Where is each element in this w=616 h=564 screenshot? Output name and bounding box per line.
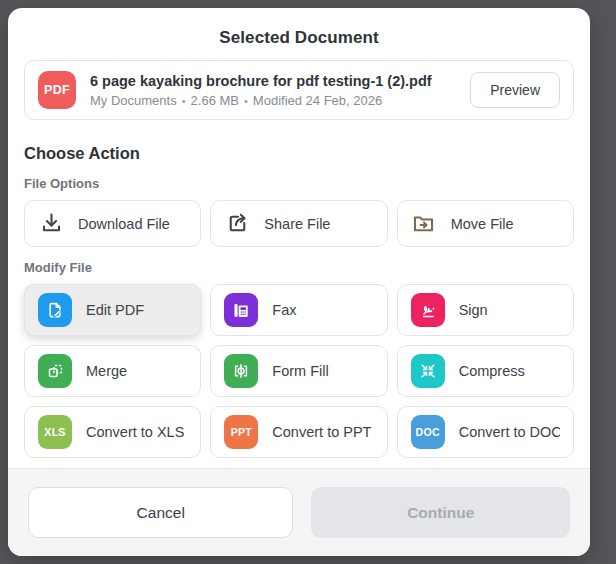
convert-to-ppt-button[interactable]: PPT Convert to PPT [210, 406, 387, 458]
form-fill-icon [224, 354, 258, 388]
action-label: Share File [264, 216, 330, 232]
edit-pdf-button[interactable]: Edit PDF [24, 284, 201, 336]
bullet-separator: • [182, 95, 186, 107]
document-location: My Documents [90, 93, 177, 108]
share-icon [224, 211, 250, 237]
move-file-button[interactable]: Move File [397, 200, 574, 247]
action-label: Move File [451, 216, 514, 232]
merge-icon [38, 354, 72, 388]
modify-file-label: Modify File [24, 260, 574, 275]
continue-button[interactable]: Continue [311, 487, 570, 538]
compress-icon [411, 354, 445, 388]
download-icon [38, 211, 64, 237]
convert-to-doc-button[interactable]: DOC Convert to DOC [397, 406, 574, 458]
modal-footer: Cancel Continue [8, 468, 590, 556]
edit-pdf-icon [38, 293, 72, 327]
bullet-separator: • [244, 95, 248, 107]
action-label: Merge [86, 363, 127, 379]
document-action-modal: Selected Document PDF 6 page kayaking br… [8, 8, 590, 556]
action-label: Convert to XLS [86, 424, 184, 440]
xls-file-icon: XLS [38, 415, 72, 449]
merge-button[interactable]: Merge [24, 345, 201, 397]
compress-button[interactable]: Compress [397, 345, 574, 397]
pdf-file-icon: PDF [38, 71, 76, 109]
action-label: Fax [272, 302, 296, 318]
form-fill-button[interactable]: Form Fill [210, 345, 387, 397]
choose-action-title: Choose Action [24, 144, 574, 163]
sign-icon [411, 293, 445, 327]
document-metadata: My Documents•2.66 MB•Modified 24 Feb, 20… [90, 93, 456, 108]
action-label: Sign [459, 302, 488, 318]
document-info: 6 page kayaking brochure for pdf testing… [90, 72, 456, 109]
action-label: Edit PDF [86, 302, 144, 318]
selected-document-card: PDF 6 page kayaking brochure for pdf tes… [24, 60, 574, 120]
action-label: Compress [459, 363, 525, 379]
action-label: Convert to PPT [272, 424, 371, 440]
convert-to-xls-button[interactable]: XLS Convert to XLS [24, 406, 201, 458]
fax-button[interactable]: Fax [210, 284, 387, 336]
file-options-label: File Options [24, 176, 574, 191]
action-label: Convert to DOC [459, 424, 560, 440]
download-file-button[interactable]: Download File [24, 200, 201, 247]
fax-icon [224, 293, 258, 327]
action-label: Download File [78, 216, 170, 232]
preview-button[interactable]: Preview [470, 72, 560, 108]
share-file-button[interactable]: Share File [210, 200, 387, 247]
sign-button[interactable]: Sign [397, 284, 574, 336]
modal-title: Selected Document [24, 28, 574, 48]
move-folder-icon [411, 211, 437, 237]
document-modified-date: Modified 24 Feb, 2026 [253, 93, 382, 108]
doc-file-icon: DOC [411, 415, 445, 449]
ppt-file-icon: PPT [224, 415, 258, 449]
modify-file-grid: Edit PDF Fax [24, 284, 574, 458]
file-options-grid: Download File Share File [24, 200, 574, 247]
cancel-button[interactable]: Cancel [28, 487, 293, 538]
document-filename: 6 page kayaking brochure for pdf testing… [90, 72, 456, 92]
modal-body: Selected Document PDF 6 page kayaking br… [8, 8, 590, 468]
action-label: Form Fill [272, 363, 328, 379]
document-size: 2.66 MB [191, 93, 239, 108]
